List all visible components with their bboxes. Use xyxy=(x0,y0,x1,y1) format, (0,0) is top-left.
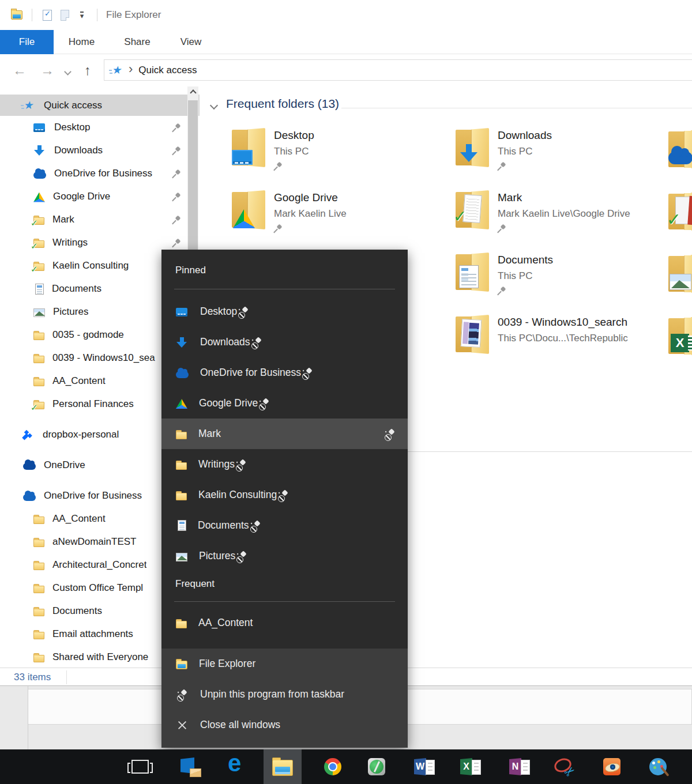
nav-item-google-drive[interactable]: Google Drive xyxy=(0,185,200,208)
tab-home[interactable]: Home xyxy=(54,30,110,54)
jumplist-item-google-drive[interactable]: Google Drive xyxy=(161,388,408,419)
jumplist-item-mark[interactable]: Mark xyxy=(161,419,408,449)
divider xyxy=(97,9,97,21)
nav-item-label: AA_Content xyxy=(52,513,106,525)
taskbar-button-excel[interactable]: X xyxy=(453,749,488,784)
folder-icon xyxy=(667,254,692,295)
taskbar-button-chrome[interactable] xyxy=(315,749,350,784)
nav-item-icon xyxy=(23,429,35,440)
folder-icon xyxy=(231,190,266,231)
folder-content-icon xyxy=(675,197,691,224)
unpin-icon[interactable] xyxy=(250,337,263,348)
address-bar[interactable]: › Quick access xyxy=(104,59,692,81)
breadcrumb[interactable]: Quick access xyxy=(138,65,197,76)
folder-tile-desktop[interactable]: Desktop This PC xyxy=(231,128,421,180)
tile-title: Desktop xyxy=(274,129,314,142)
folder-tile-0039-windows10-search[interactable]: 0039 - Windows10_search This PC\Docu...\… xyxy=(454,315,645,367)
folder-tile-documents[interactable]: Documents This PC xyxy=(454,252,645,304)
back-icon[interactable]: ← xyxy=(13,60,27,81)
folder-icon xyxy=(454,190,490,231)
unpin-icon[interactable] xyxy=(249,520,262,532)
jumplist-item-desktop[interactable]: Desktop xyxy=(161,296,408,327)
unpin-icon[interactable] xyxy=(383,428,396,440)
folder-tile-downloads[interactable]: Downloads This PC xyxy=(454,128,645,180)
jumplist-item-pictures[interactable]: Pictures xyxy=(161,541,408,571)
tab-file[interactable]: File xyxy=(0,30,54,54)
partial-folder-tile-item[interactable] xyxy=(667,192,692,244)
partial-folder-tile-item[interactable] xyxy=(667,254,692,306)
forward-icon[interactable]: → xyxy=(40,60,54,81)
app-icon xyxy=(227,757,246,776)
pin-icon xyxy=(274,162,283,171)
divider xyxy=(32,9,32,21)
unpin-icon[interactable] xyxy=(235,459,247,470)
app-icon: W xyxy=(414,758,435,775)
partial-folder-tile-item[interactable] xyxy=(667,316,692,368)
taskbar-button-outlook[interactable] xyxy=(173,749,208,784)
nav-item-quick-access[interactable]: Quick access xyxy=(0,95,200,116)
jumplist-item-label: Desktop xyxy=(200,306,237,318)
taskbar-button-paint[interactable] xyxy=(641,749,675,784)
jumplist-item-aa-content[interactable]: AA_Content xyxy=(161,608,408,638)
unpin-icon[interactable] xyxy=(258,398,270,409)
taskbar-button-snipping-tool[interactable] xyxy=(547,749,581,784)
pin-icon xyxy=(498,224,506,233)
jumplist-task-icon xyxy=(176,719,189,731)
group-collapse-chevron-icon[interactable] xyxy=(210,101,218,110)
nav-item-desktop[interactable]: Desktop xyxy=(0,116,200,139)
pin-icon xyxy=(172,146,181,155)
customize-quick-access-toolbar-icon[interactable]: ▾ xyxy=(74,7,89,22)
taskbar-button-task-view[interactable] xyxy=(123,749,157,784)
partial-folder-tile-item[interactable] xyxy=(667,130,692,182)
nav-item-icon xyxy=(33,402,44,409)
address-bar-row: ← → ↑ › Quick access xyxy=(0,54,692,86)
new-folder-icon[interactable] xyxy=(57,7,72,22)
taskbar-button-onenote[interactable]: N xyxy=(502,749,537,784)
taskbar-button-image-viewer[interactable] xyxy=(595,749,629,784)
jumplist-item-label: Kaelin Consulting xyxy=(198,489,277,501)
up-icon[interactable]: ↑ xyxy=(84,60,91,81)
nav-item-icon xyxy=(33,517,44,524)
nav-item-mark[interactable]: Mark xyxy=(0,208,200,231)
tab-view[interactable]: View xyxy=(165,30,217,54)
jumplist-item-writings[interactable]: Writings xyxy=(161,449,408,480)
pin-icon xyxy=(172,169,181,178)
jumplist-item-kaelin-consulting[interactable]: Kaelin Consulting xyxy=(161,480,408,510)
jumplist-item-downloads[interactable]: Downloads xyxy=(161,327,408,357)
taskbar-button-edge[interactable] xyxy=(219,749,254,784)
nav-item-icon xyxy=(33,308,45,317)
unpin-icon[interactable] xyxy=(235,551,248,562)
folder-tile-mark[interactable]: Mark Mark Kaelin Live\Google Drive xyxy=(454,190,645,242)
group-header[interactable]: Frequent folders (13) xyxy=(226,97,339,111)
quick-access-icon xyxy=(111,65,124,76)
nav-item-icon xyxy=(33,609,44,616)
scrollbar-up-icon[interactable] xyxy=(187,86,198,97)
nav-item-label: Shared with Everyone xyxy=(52,651,148,663)
folder-content-icon xyxy=(459,144,479,164)
nav-item-label: Custom Office Templ xyxy=(52,582,143,594)
unpin-icon[interactable] xyxy=(277,489,289,501)
jumplist-task-close-all-windows[interactable]: Close all windows xyxy=(161,710,408,740)
breadcrumb-chevron-icon[interactable]: › xyxy=(129,62,133,77)
jumplist-item-icon xyxy=(176,307,189,318)
jumplist-frequent-header: Frequent xyxy=(161,578,408,593)
tab-share[interactable]: Share xyxy=(110,30,165,54)
ribbon-tabs: File Home Share View xyxy=(0,30,692,54)
taskbar-button-green-app[interactable] xyxy=(359,749,394,784)
jumplist-task-file-explorer[interactable]: File Explorer xyxy=(161,649,408,679)
folder-tile-google-drive[interactable]: Google Drive Mark Kaelin Live xyxy=(231,190,421,242)
unpin-icon[interactable] xyxy=(301,367,314,379)
tile-path: This PC xyxy=(498,146,552,157)
taskbar: W X N xyxy=(0,749,692,784)
taskbar-button-file-explorer[interactable] xyxy=(264,749,302,784)
nav-item-downloads[interactable]: Downloads xyxy=(0,139,200,162)
jumplist-item-label: Pictures xyxy=(199,550,235,562)
taskbar-button-word[interactable]: W xyxy=(407,749,442,784)
jumplist-item-onedrive-for-business[interactable]: OneDrive for Business xyxy=(161,357,408,388)
nav-item-onedrive-for-business[interactable]: OneDrive for Business xyxy=(0,162,200,185)
jumplist-task-unpin-this-program-from-taskbar[interactable]: Unpin this program from taskbar xyxy=(161,679,408,710)
properties-icon[interactable] xyxy=(40,7,55,22)
recent-locations-chevron-icon[interactable] xyxy=(64,68,72,76)
unpin-icon[interactable] xyxy=(237,306,250,318)
jumplist-item-documents[interactable]: Documents xyxy=(161,510,408,541)
